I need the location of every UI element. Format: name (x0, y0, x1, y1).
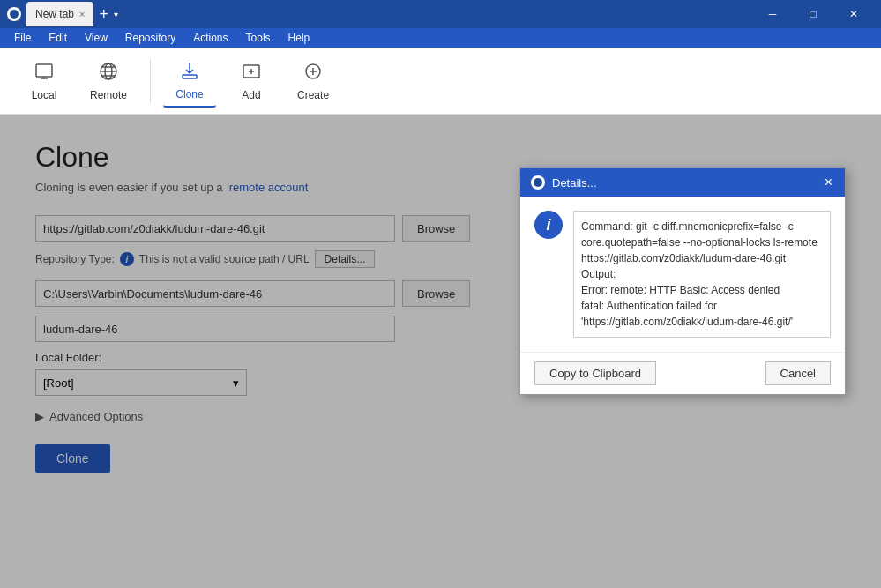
create-button[interactable]: Create (287, 56, 340, 107)
app-icon (7, 7, 21, 21)
local-label: Local (32, 89, 57, 101)
details-modal: Details... × i Command: git -c diff.mnem… (519, 167, 846, 395)
menu-repository[interactable]: Repository (118, 30, 183, 46)
modal-body: i Command: git -c diff.mnemonicprefix=fa… (520, 197, 845, 352)
add-icon (241, 61, 262, 86)
title-bar-left: New tab × + ▾ (7, 2, 118, 26)
add-label: Add (242, 89, 260, 101)
maximize-button[interactable]: □ (793, 0, 833, 28)
menu-actions[interactable]: Actions (186, 30, 235, 46)
svg-rect-0 (36, 64, 52, 77)
svg-rect-8 (183, 75, 197, 78)
local-icon (34, 61, 55, 86)
menu-view[interactable]: View (78, 30, 115, 46)
tab-close-icon[interactable]: × (79, 9, 85, 19)
menu-help[interactable]: Help (281, 30, 317, 46)
menu-bar: File Edit View Repository Actions Tools … (0, 28, 881, 48)
window-controls: ─ □ ✕ (752, 0, 874, 28)
modal-header-left: Details... (531, 175, 597, 190)
modal-info-icon: i (534, 211, 563, 239)
clone-button[interactable]: Clone (163, 55, 216, 108)
close-button[interactable]: ✕ (833, 0, 874, 28)
toolbar-divider (150, 59, 151, 103)
modal-close-button[interactable]: × (823, 175, 834, 190)
menu-file[interactable]: File (7, 30, 38, 46)
active-tab[interactable]: New tab × (26, 2, 93, 26)
toolbar: Local Remote Clone (0, 48, 881, 115)
remote-label: Remote (90, 89, 127, 101)
create-label: Create (297, 89, 329, 101)
copy-to-clipboard-button[interactable]: Copy to Clipboard (534, 361, 656, 385)
tab-dropdown-icon[interactable]: ▾ (114, 10, 118, 19)
menu-edit[interactable]: Edit (41, 30, 74, 46)
add-button[interactable]: Add (225, 56, 278, 107)
clone-icon (179, 60, 200, 85)
modal-title: Details... (552, 176, 597, 190)
remote-icon (98, 61, 119, 86)
main-content: Clone Cloning is even easier if you set … (0, 115, 881, 588)
modal-text: Command: git -c diff.mnemonicprefix=fals… (573, 211, 831, 338)
modal-overlay: Details... × i Command: git -c diff.mnem… (0, 115, 881, 588)
tab-bar: New tab × + ▾ (26, 2, 118, 26)
remote-button[interactable]: Remote (79, 56, 138, 107)
tab-label: New tab (35, 8, 74, 20)
clone-label: Clone (175, 88, 203, 100)
modal-cancel-button[interactable]: Cancel (765, 361, 831, 385)
modal-app-icon (531, 175, 545, 190)
create-icon (302, 61, 324, 86)
local-button[interactable]: Local (18, 56, 71, 107)
title-bar: New tab × + ▾ ─ □ ✕ (0, 0, 881, 28)
new-tab-button[interactable]: + (93, 6, 114, 22)
minimize-button[interactable]: ─ (752, 0, 793, 28)
modal-header: Details... × (520, 168, 845, 197)
modal-footer: Copy to Clipboard Cancel (520, 352, 845, 394)
menu-tools[interactable]: Tools (239, 30, 278, 46)
